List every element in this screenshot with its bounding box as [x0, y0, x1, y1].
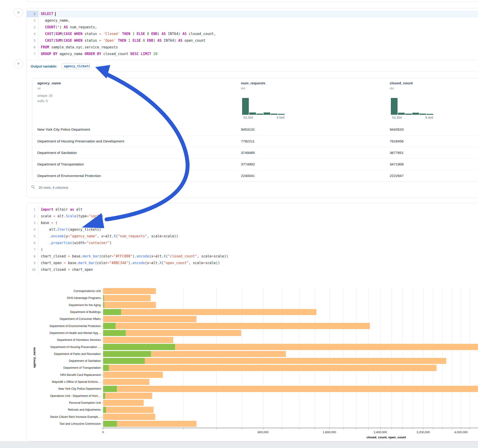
column-meta: unique: 20	[37, 94, 52, 98]
table-cell: 7618456	[390, 136, 403, 147]
code-text: base = (	[38, 220, 57, 226]
column-type: str	[37, 87, 41, 90]
code-text: agency_name,	[38, 17, 70, 24]
code-line[interactable]: 3⌄base = (	[27, 220, 478, 226]
code-line[interactable]: 4 alt.Chart(agency_tickets)	[27, 226, 478, 233]
table-row[interactable]: New York City Police Department945313194…	[32, 124, 478, 135]
code-text: )	[38, 246, 43, 253]
histogram-max-label: 9.5e6	[242, 116, 284, 119]
code-line[interactable]: 4 CAST(SUM(CASE WHEN status = 'Closed' T…	[27, 31, 478, 37]
add-cell-button-top[interactable]: +	[14, 8, 23, 17]
code-text: chart_closed = base.mark_bar(color="#FFC…	[38, 253, 228, 260]
column-histogram	[391, 98, 434, 115]
sql-editor[interactable]: 1⌄SELECT2 agency_name,3 COUNT(*) AS num_…	[27, 11, 478, 57]
histogram-bar	[249, 112, 256, 115]
python-cell-card: 1import altair as alt2scale = alt.Scale(…	[26, 203, 478, 441]
table-cell: Department of Environmental Protection	[37, 170, 101, 181]
line-number: 2	[27, 17, 38, 24]
line-number: 1⌄	[27, 11, 38, 17]
code-line[interactable]: 2scale = alt.Scale(type="sqrt")	[27, 213, 478, 220]
line-number: 7	[27, 51, 38, 57]
table-row[interactable]: Department of Housing Preservation and D…	[32, 135, 478, 147]
table-cell: 9453131	[241, 124, 255, 135]
histogram-bar	[405, 114, 412, 115]
histogram-max-label: 9.4e6	[391, 116, 433, 119]
line-number: 1	[27, 206, 38, 213]
table-cell: 2222847	[390, 170, 403, 181]
table-cell: 2240041	[241, 170, 255, 181]
table-row[interactable]: Department of Transportation377489234719…	[32, 158, 478, 170]
column-meta: nulls: 0	[37, 99, 48, 103]
column-type: i64	[241, 87, 245, 90]
code-line[interactable]: 1import altair as alt	[27, 206, 478, 213]
code-text: .encode(y="agency_name", x=alt.X("num_re…	[38, 233, 178, 240]
code-text: SELECT	[38, 11, 56, 17]
line-number: 2	[27, 213, 38, 220]
histogram-bar	[264, 112, 270, 115]
add-cell-button-output[interactable]: +	[14, 59, 23, 68]
table-cell: Department of Housing Preservation and D…	[37, 136, 124, 147]
line-number: 3	[27, 24, 38, 31]
code-text: FROM sample_data.nyc.service_requests	[38, 44, 118, 51]
code-line[interactable]: 3 COUNT(*) AS num_requests,	[27, 24, 478, 31]
code-line[interactable]: 7)	[27, 246, 478, 253]
table-cell: 3677651	[390, 147, 403, 158]
table-footer: 20 rows, 4 columns	[31, 185, 68, 189]
histogram-bar	[278, 114, 284, 115]
line-number: 5	[27, 37, 38, 44]
line-number: 7	[27, 246, 38, 253]
results-table: agency_namestrunique: 20nulls: 0num_requ…	[32, 78, 478, 181]
table-summary: 20 rows, 4 columns	[38, 186, 68, 189]
line-number: 6	[27, 44, 38, 51]
code-text: CAST(SUM(CASE WHEN status = 'Closed' THE…	[38, 31, 216, 37]
code-line[interactable]: 7GROUP BY agency_name ORDER BY closed_co…	[27, 51, 478, 57]
table-cell: New York City Police Department	[37, 124, 90, 135]
line-number: 4	[27, 31, 38, 37]
code-text: CAST(SUM(CASE WHEN status = 'Open' THEN …	[38, 37, 205, 44]
code-line[interactable]: 6FROM sample_data.nyc.service_requests	[27, 44, 478, 51]
code-line[interactable]: 1⌄SELECT	[27, 11, 478, 17]
table-cell: 3471908	[390, 159, 403, 170]
histogram-bar	[271, 114, 277, 115]
table-cell: 3774892	[241, 159, 255, 170]
code-text: GROUP BY agency_name ORDER BY closed_cou…	[38, 51, 157, 57]
search-icon[interactable]	[31, 185, 36, 189]
table-cell: 3749485	[241, 147, 255, 158]
text-cursor	[55, 12, 56, 16]
code-line[interactable]: 5 .encode(y="agency_name", x=alt.X("num_…	[27, 233, 478, 240]
column-header-num_requests[interactable]: num_requests	[241, 81, 265, 85]
column-type: i64	[390, 87, 394, 90]
line-number: 3⌄	[27, 220, 38, 226]
notebook-page: + + 1⌄SELECT2 agency_name,3 COUNT(*) AS …	[0, 0, 478, 448]
fold-chevron-icon[interactable]: ⌄	[37, 11, 38, 18]
histogram-bar	[242, 98, 249, 115]
code-line[interactable]: 6 .properties(width="container")	[27, 240, 478, 246]
code-text: chart_open = base.mark_bar(color="#8BC34…	[38, 260, 220, 266]
code-line[interactable]: 9chart_open = base.mark_bar(color="#8BC3…	[27, 260, 478, 266]
python-editor[interactable]: 1import altair as alt2scale = alt.Scale(…	[27, 206, 478, 273]
column-histogram	[242, 98, 285, 115]
line-number: 4	[27, 226, 38, 233]
line-number: 10	[27, 266, 38, 273]
code-line[interactable]: 2 agency_name,	[27, 17, 478, 24]
table-cell: 9443533	[390, 124, 403, 135]
code-text: .properties(width="container")	[38, 240, 112, 246]
column-header-agency_name[interactable]: agency_name	[37, 81, 61, 85]
table-row[interactable]: Department of Sanitation37494853677651	[32, 147, 478, 158]
code-line[interactable]: 10chart_closed + chart_open	[27, 266, 478, 273]
histogram-bar	[419, 114, 426, 115]
code-line[interactable]: 5 CAST(SUM(CASE WHEN status = 'Open' THE…	[27, 37, 478, 44]
histogram-bar	[427, 114, 433, 115]
output-variable-label: Output variable:	[31, 64, 57, 68]
code-text: alt.Chart(agency_tickets)	[38, 226, 101, 233]
code-text: COUNT(*) AS num_requests,	[38, 24, 97, 31]
table-cell: Department of Sanitation	[37, 147, 77, 158]
column-header-closed_count[interactable]: closed_count	[390, 81, 413, 85]
code-line[interactable]: 8chart_closed = base.mark_bar(color="#FF…	[27, 253, 478, 260]
table-row[interactable]: Department of Environmental Protection22…	[32, 170, 478, 181]
output-variable-pill[interactable]: agency_tickets	[62, 63, 90, 69]
fold-chevron-icon[interactable]: ⌄	[37, 220, 38, 227]
table-cell: 7782211	[241, 136, 255, 147]
line-number: 9	[27, 260, 38, 266]
sql-cell-card: 1⌄SELECT2 agency_name,3 COUNT(*) AS num_…	[26, 8, 478, 198]
